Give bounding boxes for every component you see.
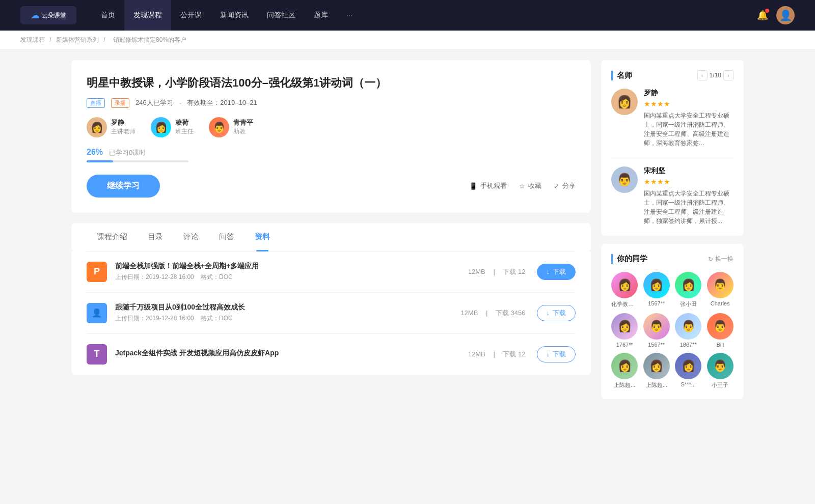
- progress-percent: 26%: [87, 148, 103, 156]
- teachers-nav: ‹ 1/10 ›: [697, 70, 734, 80]
- resource-3-title: Jetpack全组件实战 开发短视频应用高仿皮皮虾App: [115, 349, 457, 358]
- resource-2-download-button[interactable]: ↓ 下载: [537, 305, 576, 321]
- nav-items: 首页 发现课程 公开课 新闻资讯 问答社区 题库 ···: [92, 0, 757, 31]
- nav-home[interactable]: 首页: [92, 0, 124, 31]
- classmate-1-name: 化学教书...: [611, 300, 638, 308]
- classmate-2-avatar: 👩: [643, 272, 670, 298]
- classmate-2[interactable]: 👩 1567**: [643, 272, 670, 308]
- resource-1-download-button[interactable]: ↓ 下载: [537, 264, 576, 280]
- nav-discover[interactable]: 发现课程: [124, 0, 171, 31]
- right-panel: 名师 ‹ 1/10 › 👩 罗静 ★★★★ 国内某重点大学安全工程专业硕士，国家…: [601, 60, 744, 399]
- teacher-3-info: 青青平 助教: [233, 118, 253, 136]
- teacher-3-avatar: 👨: [209, 117, 229, 137]
- breadcrumb-series[interactable]: 新媒体营销系列: [56, 36, 99, 43]
- nav-qa[interactable]: 问答社区: [258, 0, 305, 31]
- logo: ☁ 云朵课堂: [20, 6, 76, 24]
- classmate-8-name: Bill: [716, 342, 724, 348]
- teacher-1: 👩 罗静 主讲老师: [87, 117, 135, 137]
- teachers-page: 1/10: [710, 72, 721, 79]
- teachers-next-button[interactable]: ›: [723, 70, 734, 80]
- share-icon: ⤢: [554, 182, 559, 190]
- continue-learning-button[interactable]: 继续学习: [87, 175, 160, 198]
- classmate-7[interactable]: 👨 1867**: [675, 313, 702, 348]
- classmate-8[interactable]: 👨 Bill: [707, 313, 734, 348]
- teachers-prev-button[interactable]: ‹: [697, 70, 708, 80]
- collect-button[interactable]: ☆ 收藏: [519, 181, 541, 190]
- mobile-watch-button[interactable]: 📱 手机观看: [469, 181, 507, 190]
- resource-list: P 前端全栈加强版！前端全栈+全周期+多端应用 上传日期：2019-12-28 …: [71, 251, 591, 375]
- classmate-4[interactable]: 👨 Charles: [707, 272, 734, 308]
- classmate-12[interactable]: 👨 小王子: [707, 353, 734, 389]
- tabs-row: 课程介绍 目录 评论 问答 资料: [87, 223, 576, 251]
- classmate-9[interactable]: 👩 上陈超...: [611, 353, 638, 389]
- nav-more[interactable]: ···: [337, 0, 362, 31]
- breadcrumb-discover[interactable]: 发现课程: [20, 36, 45, 43]
- nav-open[interactable]: 公开课: [171, 0, 211, 31]
- tab-catalog[interactable]: 目录: [138, 223, 173, 251]
- refresh-button[interactable]: ↻ 换一换: [708, 255, 734, 263]
- resource-1-stats: 12MB | 下载 12: [465, 267, 529, 276]
- resource-2-meta: 上传日期：2019-12-28 16:00 格式：DOC: [115, 314, 449, 323]
- classmate-11-name: S***...: [681, 381, 696, 387]
- navbar: ☁ 云朵课堂 首页 发现课程 公开课 新闻资讯 问答社区 题库 ··· 🔔 👤: [0, 0, 815, 31]
- action-row: 继续学习 📱 手机观看 ☆ 收藏 ⤢ 分享: [87, 175, 576, 198]
- teachers-panel-title: 名师: [611, 71, 632, 80]
- resource-2-info: 跟随千万级项目从0到100全过程高效成长 上传日期：2019-12-28 16:…: [115, 303, 449, 323]
- breadcrumb-sep2: /: [103, 36, 107, 43]
- tab-resource[interactable]: 资料: [244, 223, 280, 251]
- valid-until: 有效期至：2019–10–21: [187, 98, 257, 107]
- classmate-3[interactable]: 👩 张小田: [675, 272, 702, 308]
- breadcrumb: 发现课程 / 新媒体营销系列 / 销冠修炼术搞定80%的客户: [0, 31, 815, 50]
- logo-area[interactable]: ☁ 云朵课堂: [20, 6, 76, 24]
- classmate-3-avatar: 👩: [675, 272, 701, 298]
- tab-qa[interactable]: 问答: [209, 223, 244, 251]
- teacher-1-avatar: 👩: [87, 117, 107, 137]
- teacher-3-name: 青青平: [233, 118, 253, 127]
- action-buttons: 📱 手机观看 ☆ 收藏 ⤢ 分享: [469, 181, 576, 190]
- user-avatar[interactable]: 👤: [776, 6, 795, 24]
- share-button[interactable]: ⤢ 分享: [554, 181, 576, 190]
- right-teacher-2-avatar: 👨: [611, 166, 638, 193]
- resource-3-download-button[interactable]: ↓ 下载: [537, 346, 576, 362]
- classmate-11[interactable]: 👩 S***...: [675, 353, 702, 389]
- classmate-3-name: 张小田: [680, 300, 697, 308]
- notification-bell-icon[interactable]: 🔔: [757, 10, 768, 21]
- badge-rec: 录播: [111, 98, 129, 108]
- resource-item-1: P 前端全栈加强版！前端全栈+全周期+多端应用 上传日期：2019-12-28 …: [87, 251, 576, 293]
- breadcrumb-current: 销冠修炼术搞定80%的客户: [113, 36, 186, 43]
- tab-intro[interactable]: 课程介绍: [87, 223, 138, 251]
- resource-1-meta: 上传日期：2019-12-28 16:00 格式：DOC: [115, 273, 457, 282]
- student-count: 246人已学习: [135, 98, 173, 107]
- teacher-2-avatar: 👩: [151, 117, 171, 137]
- badge-live: 直播: [87, 98, 105, 108]
- right-teacher-1-name: 罗静: [644, 89, 734, 98]
- classmate-1[interactable]: 👩 化学教书...: [611, 272, 638, 308]
- teacher-3: 👨 青青平 助教: [209, 117, 253, 137]
- classmate-6[interactable]: 👨 1567**: [643, 313, 670, 348]
- teacher-divider: [611, 158, 734, 158]
- nav-quiz[interactable]: 题库: [305, 0, 337, 31]
- classmate-10-name: 上陈超...: [646, 381, 667, 389]
- progress-area: 26% 已学习0课时: [87, 148, 576, 162]
- resource-3-stats: 12MB | 下载 12: [465, 350, 529, 359]
- download-icon-2: ↓: [547, 309, 550, 317]
- tab-review[interactable]: 评论: [173, 223, 209, 251]
- resource-item-3: T Jetpack全组件实战 开发短视频应用高仿皮皮虾App 12MB | 下载…: [87, 334, 576, 375]
- classmate-8-avatar: 👨: [707, 313, 734, 340]
- classmates-grid: 👩 化学教书... 👩 1567** 👩 张小田 👨 Charles 👩: [611, 272, 734, 389]
- classmates-header: 你的同学 ↻ 换一换: [611, 254, 734, 264]
- classmates-title: 你的同学: [611, 254, 647, 264]
- nav-news[interactable]: 新闻资讯: [211, 0, 258, 31]
- resource-2-icon: 👤: [87, 303, 107, 323]
- classmate-5[interactable]: 👩 1767**: [611, 313, 638, 348]
- classmate-11-avatar: 👩: [675, 353, 701, 379]
- classmate-10[interactable]: 👩 上陈超...: [643, 353, 670, 389]
- refresh-icon: ↻: [708, 256, 713, 263]
- course-card: 明星中教授课，小学阶段语法100分–强化级第1讲动词（一） 直播 录播 246人…: [71, 60, 591, 213]
- resource-1-icon: P: [87, 262, 107, 282]
- right-teacher-2: 👨 宋利坚 ★★★★ 国内某重点大学安全工程专业硕士，国家一级注册消防工程师、注…: [611, 166, 734, 226]
- classmate-2-name: 1567**: [648, 300, 665, 306]
- mobile-icon: 📱: [469, 182, 477, 190]
- classmate-7-name: 1867**: [680, 342, 697, 348]
- right-teacher-1-info: 罗静 ★★★★ 国内某重点大学安全工程专业硕士，国家一级注册消防工程师、注册安全…: [644, 89, 734, 148]
